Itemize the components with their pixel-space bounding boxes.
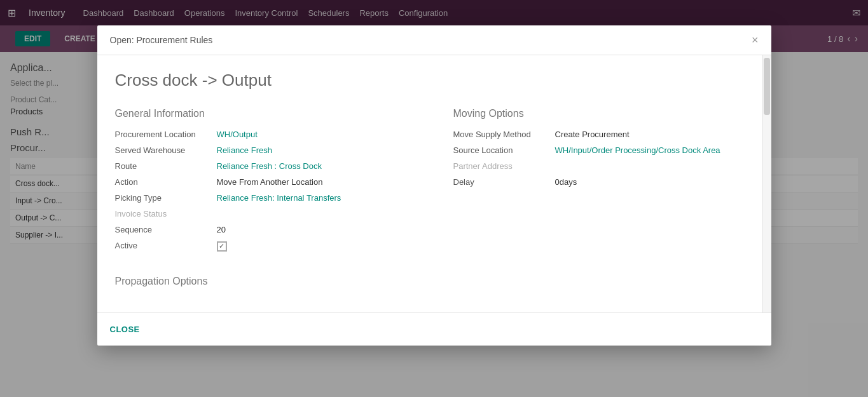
value-source-location[interactable]: WH/Input/Order Processing/Cross Dock Are…	[555, 145, 720, 155]
propagation-section: Propagation Options	[115, 276, 754, 287]
modal-record-title: Cross dock -> Output	[115, 71, 754, 90]
field-procurement-location: Procurement Location WH/Output	[115, 130, 415, 139]
label-served-warehouse: Served Warehouse	[115, 145, 217, 155]
close-modal-button[interactable]: CLOSE	[110, 321, 140, 338]
field-route: Route Reliance Fresh : Cross Dock	[115, 161, 415, 171]
field-picking-type: Picking Type Reliance Fresh: Internal Tr…	[115, 193, 415, 203]
modal-close-x-button[interactable]: ×	[752, 34, 759, 46]
label-action: Action	[115, 177, 217, 187]
modal-header: Open: Procurement Rules ×	[97, 25, 771, 55]
checkbox-active[interactable]: ✓	[217, 241, 227, 252]
value-delay: 0days	[555, 177, 577, 187]
modal-scrollbar[interactable]	[762, 55, 771, 313]
value-procurement-location[interactable]: WH/Output	[217, 130, 258, 139]
label-move-supply-method: Move Supply Method	[453, 130, 555, 139]
moving-options-column: Moving Options Move Supply Method Create…	[453, 108, 754, 258]
modal-columns: General Information Procurement Location…	[115, 108, 754, 258]
modal-body: Cross dock -> Output General Information…	[97, 55, 771, 313]
label-invoice-status: Invoice Status	[115, 209, 217, 219]
field-sequence: Sequence 20	[115, 225, 415, 234]
modal-overlay: Open: Procurement Rules × Cross dock -> …	[0, 0, 868, 397]
label-route: Route	[115, 161, 217, 171]
value-picking-type[interactable]: Reliance Fresh: Internal Transfers	[217, 193, 341, 203]
label-picking-type: Picking Type	[115, 193, 217, 203]
label-sequence: Sequence	[115, 225, 217, 234]
modal-header-title: Open: Procurement Rules	[110, 35, 213, 45]
value-route[interactable]: Reliance Fresh : Cross Dock	[217, 161, 322, 171]
field-move-supply-method: Move Supply Method Create Procurement	[453, 130, 754, 139]
general-info-heading: General Information	[115, 108, 415, 119]
field-active: Active ✓	[115, 241, 415, 252]
moving-options-heading: Moving Options	[453, 108, 754, 119]
field-partner-address: Partner Address	[453, 161, 754, 171]
field-action: Action Move From Another Location	[115, 177, 415, 187]
modal-dialog: Open: Procurement Rules × Cross dock -> …	[97, 25, 771, 346]
field-invoice-status: Invoice Status	[115, 209, 415, 219]
value-sequence: 20	[217, 225, 226, 234]
label-active: Active	[115, 241, 217, 250]
label-partner-address: Partner Address	[453, 161, 555, 171]
value-served-warehouse[interactable]: Reliance Fresh	[217, 145, 272, 155]
field-served-warehouse: Served Warehouse Reliance Fresh	[115, 145, 415, 155]
value-action: Move From Another Location	[217, 177, 323, 187]
label-source-location: Source Location	[453, 145, 555, 155]
propagation-heading: Propagation Options	[115, 276, 754, 287]
modal-footer: CLOSE	[97, 313, 771, 346]
label-delay: Delay	[453, 177, 555, 187]
modal-scrollbar-thumb	[764, 58, 770, 115]
label-procurement-location: Procurement Location	[115, 130, 217, 139]
value-move-supply-method: Create Procurement	[555, 130, 630, 139]
field-source-location: Source Location WH/Input/Order Processin…	[453, 145, 754, 155]
general-info-column: General Information Procurement Location…	[115, 108, 415, 258]
field-delay: Delay 0days	[453, 177, 754, 187]
